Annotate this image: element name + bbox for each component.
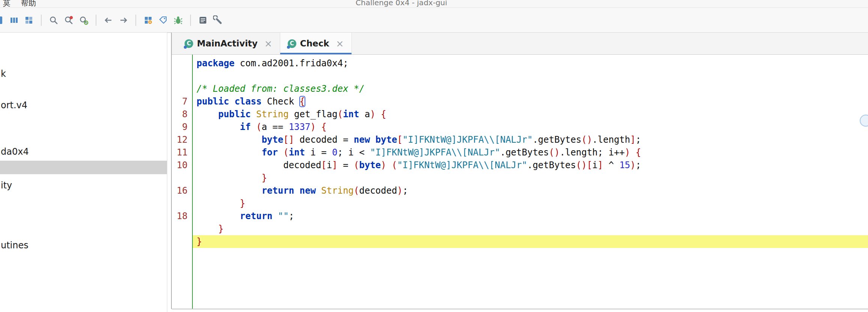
tree-item[interactable]: utines <box>1 239 29 251</box>
project-tree[interactable]: k ort.v4 da0x4 ity utines <box>0 33 167 312</box>
code-text: } <box>192 172 868 184</box>
line-number: 8 <box>172 108 192 121</box>
code-line[interactable]: package com.ad2001.frida0x4; <box>172 57 868 70</box>
tab-check[interactable]: C Check × <box>280 33 352 54</box>
line-number <box>172 82 192 95</box>
tree-item[interactable]: ort.v4 <box>1 99 27 111</box>
text-search-icon <box>49 15 59 25</box>
line-number: 18 <box>172 210 192 222</box>
line-number <box>172 222 192 235</box>
line-number: 7 <box>172 95 192 108</box>
toolbar <box>0 8 868 33</box>
class-icon-letter: C <box>185 39 193 48</box>
line-number: 16 <box>172 184 192 197</box>
line-number <box>172 235 192 248</box>
code-text: } <box>192 235 868 248</box>
menu-item-help[interactable]: 帮助 <box>21 0 36 8</box>
tab-bar: C MainActivity × C Check × <box>172 33 868 55</box>
toolbar-button[interactable] <box>102 14 115 27</box>
comment-search-icon <box>79 15 89 25</box>
toolbar-button[interactable] <box>197 14 209 27</box>
code-line[interactable]: 12 byte[] decoded = new byte["I]FKNtW@]J… <box>172 133 868 146</box>
toolbar-separator <box>96 15 96 26</box>
toolbar-button[interactable] <box>77 14 90 27</box>
log-viewer-icon <box>198 15 208 25</box>
editor-bottom-border <box>172 309 868 309</box>
code-text: return ""; <box>192 210 868 222</box>
toolbar-button[interactable] <box>117 14 130 27</box>
tree-item[interactable]: k <box>1 68 6 80</box>
class-icon-letter: C <box>288 39 296 48</box>
flat-packages-icon <box>9 15 19 25</box>
line-number: 11 <box>172 146 192 159</box>
close-icon[interactable]: × <box>264 39 272 48</box>
code-line[interactable]: 8 public String get_flag(int a) { <box>172 108 868 121</box>
code-line[interactable]: 9 if (a == 1337) { <box>172 121 868 133</box>
tag-icon <box>158 15 168 25</box>
code-text: for (int i = 0; i < "I]FKNtW@]JKPFA\\[NA… <box>192 146 868 159</box>
code-line[interactable] <box>172 70 868 82</box>
tab-mainactivity[interactable]: C MainActivity × <box>177 33 280 54</box>
deobfuscation-icon <box>143 15 153 25</box>
line-number: 12 <box>172 133 192 146</box>
code-line[interactable]: } <box>172 172 868 184</box>
class-icon: C <box>288 39 296 48</box>
preferences-icon <box>213 15 223 25</box>
code-text: decoded[i] = (byte) ("I]FKNtW@]JKPFA\\[N… <box>192 159 868 172</box>
toolbar-button[interactable] <box>62 14 75 27</box>
code-text: byte[] decoded = new byte["I]FKNtW@]JKPF… <box>192 133 868 146</box>
code-text: if (a == 1337) { <box>192 121 868 133</box>
editor-left-border <box>171 33 172 309</box>
tree-item[interactable]: da0x4 <box>1 146 29 158</box>
menubar: 莫 帮助 <box>3 0 36 8</box>
class-icon: C <box>185 39 193 48</box>
line-number <box>172 172 192 184</box>
code-text: /* Loaded from: classes3.dex */ <box>192 82 868 95</box>
code-area[interactable]: package com.ad2001.frida0x4;/* Loaded fr… <box>172 55 868 248</box>
code-line[interactable]: } <box>172 235 868 248</box>
code-line[interactable]: 7public class Check { <box>172 95 868 108</box>
back-icon <box>104 15 113 25</box>
toolbar-button[interactable] <box>8 14 20 27</box>
grid-view-icon <box>24 15 34 25</box>
code-line[interactable]: /* Loaded from: classes3.dex */ <box>172 82 868 95</box>
window-title: Challenge 0x4 - jadx-gui <box>356 0 447 7</box>
toolbar-button[interactable] <box>157 14 170 27</box>
toolbar-separator <box>190 15 191 26</box>
code-line[interactable]: 16 return new String(decoded); <box>172 184 868 197</box>
code-text: package com.ad2001.frida0x4; <box>192 57 868 70</box>
titlebar: 莫 帮助 Challenge 0x4 - jadx-gui <box>0 0 868 8</box>
toolbar-button[interactable] <box>142 14 155 27</box>
code-line[interactable]: } <box>172 197 868 210</box>
jadx-gui-window: 莫 帮助 Challenge 0x4 - jadx-gui <box>0 0 868 312</box>
code-text: } <box>192 197 868 210</box>
tab-label: MainActivity <box>197 39 258 48</box>
tree-selected-row[interactable] <box>0 161 167 174</box>
line-number <box>172 57 192 70</box>
code-line[interactable]: 10 decoded[i] = (byte) ("I]FKNtW@]JKPFA\… <box>172 159 868 172</box>
toolbar-button[interactable] <box>23 14 35 27</box>
editor-pane: C MainActivity × C Check × package com.a… <box>172 33 868 312</box>
code-text: return new String(decoded); <box>192 184 868 197</box>
forward-icon <box>119 15 128 25</box>
toolbar-button[interactable] <box>47 14 60 27</box>
menu-item[interactable]: 莫 <box>3 0 11 8</box>
code-line[interactable]: 11 for (int i = 0; i < "I]FKNtW@]JKPFA\\… <box>172 146 868 159</box>
toolbar-button[interactable] <box>212 14 224 27</box>
code-text: } <box>192 222 868 235</box>
toolbar-button[interactable] <box>172 14 185 27</box>
code-text: public class Check { <box>192 95 868 108</box>
code-line[interactable]: } <box>172 222 868 235</box>
close-icon[interactable]: × <box>336 39 344 48</box>
line-number <box>172 70 192 82</box>
line-number: 9 <box>172 121 192 133</box>
line-number <box>172 197 192 210</box>
toolbar-separator <box>41 15 42 26</box>
tree-item[interactable]: ity <box>1 179 12 191</box>
code-line[interactable]: 18 return ""; <box>172 210 868 222</box>
tab-label: Check <box>300 39 329 48</box>
gutter-separator-line <box>192 55 193 309</box>
toolbar-button[interactable] <box>0 14 5 27</box>
toolbar-separator <box>135 15 136 26</box>
line-number: 10 <box>172 159 192 172</box>
